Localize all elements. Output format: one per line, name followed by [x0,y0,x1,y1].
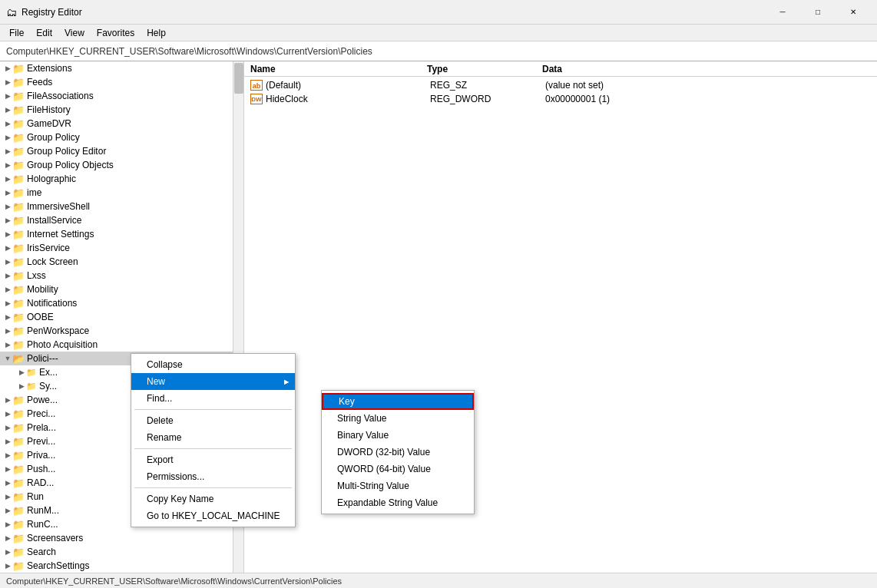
tree-item-internetsettings[interactable]: ▶ 📁 Internet Settings [0,227,243,241]
tree-item-notifications[interactable]: ▶ 📁 Notifications [0,296,243,310]
folder-icon: 📁 [26,382,37,391]
folder-icon: 📁 [12,325,25,337]
tree-item-screensavers[interactable]: ▶ 📁 Screensavers [0,531,243,545]
sub-item-multistring-label: Multi-String Value [337,481,409,491]
sub-item-qword-label: QWORD (64-bit) Value [337,464,431,474]
ctx-delete[interactable]: Delete [131,412,295,429]
folder-icon: 📁 [12,533,25,544]
tree-item-search[interactable]: ▶ 📁 Search [0,545,243,559]
ctx-find[interactable]: Find... [131,390,295,407]
tree-label: Internet Settings [27,229,94,239]
menu-view[interactable]: View [58,26,91,40]
tree-label: Run [27,491,44,502]
reg-name: HideClock [266,94,308,104]
reg-ab-icon: ab [250,80,263,91]
tree-label: Search [27,547,56,557]
sub-item-key[interactable]: Key [322,393,474,410]
menu-edit[interactable]: Edit [30,26,58,40]
tree-item-ime[interactable]: ▶ 📁 ime [0,186,243,200]
tree-label: Mobility [27,284,58,295]
ctx-rename[interactable]: Rename [131,429,295,446]
folder-icon: 📁 [12,408,25,420]
chevron-icon: ▶ [3,507,12,514]
tree-label: OOBE [27,312,54,322]
chevron-icon: ▶ [3,313,12,321]
ctx-new-label: New [147,376,165,387]
ctx-collapse[interactable]: Collapse [131,356,295,373]
tree-item-holographic[interactable]: ▶ 📁 Holographic [0,172,243,186]
tree-item-fileassociations[interactable]: ▶ 📁 FileAssociations [0,89,243,103]
chevron-icon: ▶ [3,562,12,570]
tree-item-immersiveshell[interactable]: ▶ 📁 ImmersiveShell [0,200,243,213]
ctx-export[interactable]: Export [131,451,295,468]
ctx-goto-hklm[interactable]: Go to HKEY_LOCAL_MACHINE [131,507,295,524]
sub-item-binary-value[interactable]: Binary Value [322,427,474,444]
folder-icon: 📁 [12,229,25,240]
ctx-permissions[interactable]: Permissions... [131,468,295,485]
menu-help[interactable]: Help [141,26,172,40]
context-menu: Collapse New ▶ Find... Delete Rename Exp… [131,353,296,527]
tree-item-searchsettings[interactable]: ▶ 📁 SearchSettings [0,559,243,573]
folder-icon: 📁 [12,284,25,296]
folder-icon: 📁 [12,298,25,309]
chevron-icon: ▶ [3,64,12,72]
chevron-icon: ▶ [3,175,12,183]
reg-type: REG_SZ [430,80,545,91]
reg-data: 0x00000001 (1) [545,94,610,104]
tree-label: Lock Screen [27,256,78,267]
folder-icon: 📁 [12,491,25,503]
ctx-new[interactable]: New ▶ [131,373,295,390]
sub-item-expandable-value[interactable]: Expandable String Value [322,494,474,511]
ctx-export-label: Export [147,454,174,465]
chevron-icon: ▶ [3,341,12,349]
folder-icon: 📁 [12,312,25,323]
chevron-icon: ▶ [3,493,12,500]
chevron-icon: ▶ [3,92,12,100]
menu-file[interactable]: File [3,26,30,40]
tree-item-mobility[interactable]: ▶ 📁 Mobility [0,282,243,296]
folder-icon: 📁 [12,187,25,199]
tree-label: ime [27,187,41,198]
minimize-button[interactable]: ─ [765,0,800,25]
tree-item-installservice[interactable]: ▶ 📁 InstallService [0,213,243,227]
tree-item-grouppolicyeditor[interactable]: ▶ 📁 Group Policy Editor [0,144,243,158]
maximize-button[interactable]: □ [800,0,836,25]
registry-row-default[interactable]: ab (Default) REG_SZ (value not set) [244,78,877,92]
tree-item-grouppolicy[interactable]: ▶ 📁 Group Policy [0,130,243,144]
sub-item-qword-value[interactable]: QWORD (64-bit) Value [322,461,474,477]
reg-data: (value not set) [545,80,604,91]
tree-label: Previ... [27,436,55,447]
sub-item-dword-value[interactable]: DWORD (32-bit) Value [322,444,474,461]
tree-label: Prela... [27,422,56,433]
tree-label: Preci... [27,408,55,419]
chevron-icon: ▶ [3,216,12,224]
chevron-icon: ▶ [3,451,12,459]
reg-dw-icon: DW [250,94,263,104]
tree-item-gamedvr[interactable]: ▶ 📁 GameDVR [0,117,243,130]
tree-item-oobe[interactable]: ▶ 📁 OOBE [0,310,243,324]
sub-item-key-label: Key [339,396,355,407]
tree-item-filehistory[interactable]: ▶ 📁 FileHistory [0,103,243,117]
registry-row-hideclock[interactable]: DW HideClock REG_DWORD 0x00000001 (1) [244,92,877,106]
tree-label: InstallService [27,215,81,226]
tree-item-feeds[interactable]: ▶ 📁 Feeds [0,75,243,89]
sub-item-string-value[interactable]: String Value [322,410,474,427]
tree-item-lockscreen[interactable]: ▶ 📁 Lock Screen [0,255,243,269]
tree-item-grouppolicyobjects[interactable]: ▶ 📁 Group Policy Objects [0,158,243,172]
tree-item-penworkspace[interactable]: ▶ 📁 PenWorkspace [0,324,243,338]
status-bar: Computer\HKEY_CURRENT_USER\Software\Micr… [0,573,877,588]
col-data-header: Data [542,64,562,74]
tree-label: IrisService [27,243,70,253]
tree-item-lxss[interactable]: ▶ 📁 Lxss [0,269,243,282]
chevron-icon: ▶ [3,410,12,418]
sub-item-multistring-value[interactable]: Multi-String Value [322,477,474,494]
tree-item-irisservice[interactable]: ▶ 📁 IrisService [0,241,243,255]
tree-label: Group Policy Editor [27,146,106,157]
tree-item-photoacquisition[interactable]: ▶ 📁 Photo Acquisition [0,338,243,352]
ctx-copy-key-name[interactable]: Copy Key Name [131,491,295,507]
tree-item-extensions[interactable]: ▶ 📁 Extensions [0,61,243,75]
close-button[interactable]: ✕ [836,0,871,25]
tree-label: Ex... [39,367,58,378]
menu-favorites[interactable]: Favorites [91,26,141,40]
folder-icon: 📁 [12,505,25,517]
